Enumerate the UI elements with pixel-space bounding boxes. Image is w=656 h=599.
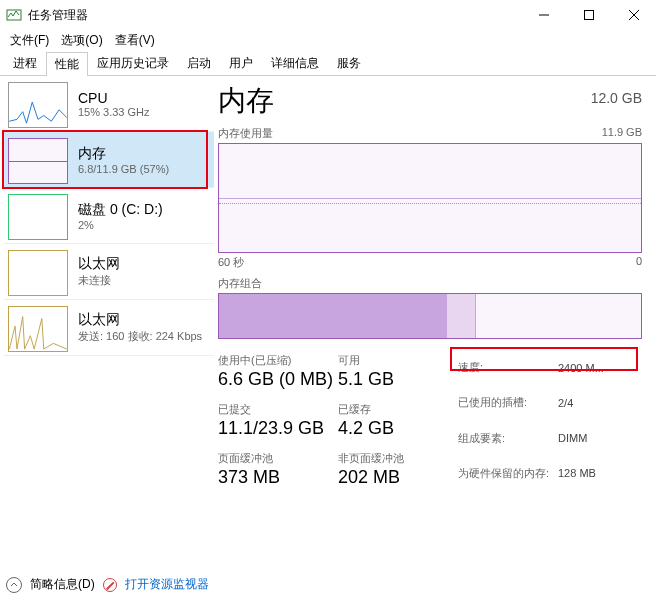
tab-services[interactable]: 服务 (328, 51, 370, 75)
disk-thumbnail-icon (8, 194, 68, 240)
sidebar-eth0-title: 以太网 (78, 255, 120, 273)
available-value: 5.1 GB (338, 369, 438, 390)
reserved-value: 128 MB (558, 467, 628, 479)
app-icon (6, 7, 22, 23)
ethernet-thumbnail-icon (8, 306, 68, 352)
nonpaged-label: 非页面缓冲池 (338, 451, 438, 466)
sidebar-item-memory[interactable]: 内存 6.8/11.9 GB (57%) (4, 132, 214, 188)
tab-startup[interactable]: 启动 (178, 51, 220, 75)
committed-label: 已提交 (218, 402, 338, 417)
minimize-button[interactable] (521, 0, 566, 30)
memory-composition-chart (218, 293, 642, 339)
slots-value: 2/4 (558, 397, 628, 409)
memory-total: 12.0 GB (591, 90, 642, 106)
paged-label: 页面缓冲池 (218, 451, 338, 466)
speed-value: 2400 M... (558, 362, 628, 374)
cached-value: 4.2 GB (338, 418, 438, 439)
sidebar-disk-title: 磁盘 0 (C: D:) (78, 201, 163, 219)
resource-monitor-icon (103, 578, 117, 592)
cached-label: 已缓存 (338, 402, 438, 417)
page-title: 内存 (218, 82, 274, 120)
committed-value: 11.1/23.9 GB (218, 418, 338, 439)
in-use-value: 6.6 GB (0 MB) (218, 369, 338, 390)
slots-label: 已使用的插槽: (458, 395, 558, 410)
memory-usage-chart (218, 143, 642, 253)
form-value: DIMM (558, 432, 628, 444)
speed-label: 速度: (458, 360, 558, 375)
menu-view[interactable]: 查看(V) (109, 30, 161, 51)
menu-file[interactable]: 文件(F) (4, 30, 55, 51)
chart-axis-left: 60 秒 (218, 255, 244, 270)
close-button[interactable] (611, 0, 656, 30)
tab-app-history[interactable]: 应用历史记录 (88, 51, 178, 75)
chevron-up-icon[interactable] (6, 577, 22, 593)
reserved-label: 为硬件保留的内存: (458, 466, 558, 481)
sidebar-eth0-sub: 未连接 (78, 273, 120, 288)
usage-chart-max: 11.9 GB (602, 126, 642, 141)
memory-thumbnail-icon (8, 138, 68, 184)
tab-performance[interactable]: 性能 (46, 52, 88, 76)
maximize-button[interactable] (566, 0, 611, 30)
available-label: 可用 (338, 353, 438, 368)
open-resource-monitor-link[interactable]: 打开资源监视器 (125, 576, 209, 593)
ethernet-thumbnail-icon (8, 250, 68, 296)
tab-processes[interactable]: 进程 (4, 51, 46, 75)
sidebar-eth1-title: 以太网 (78, 311, 202, 329)
in-use-label: 使用中(已压缩) (218, 353, 338, 368)
chart-axis-right: 0 (636, 255, 642, 270)
tab-details[interactable]: 详细信息 (262, 51, 328, 75)
sidebar-item-cpu[interactable]: CPU 15% 3.33 GHz (4, 76, 214, 132)
cpu-thumbnail-icon (8, 82, 68, 128)
form-label: 组成要素: (458, 431, 558, 446)
usage-chart-label: 内存使用量 (218, 126, 273, 141)
menu-options[interactable]: 选项(O) (55, 30, 108, 51)
composition-chart-label: 内存组合 (218, 276, 262, 291)
svg-rect-2 (584, 11, 593, 20)
sidebar-item-ethernet-1[interactable]: 以太网 发送: 160 接收: 224 Kbps (4, 300, 214, 356)
sidebar-item-disk[interactable]: 磁盘 0 (C: D:) 2% (4, 188, 214, 244)
sidebar-disk-sub: 2% (78, 219, 163, 231)
tab-users[interactable]: 用户 (220, 51, 262, 75)
sidebar-eth1-sub: 发送: 160 接收: 224 Kbps (78, 329, 202, 344)
paged-value: 373 MB (218, 467, 338, 488)
sidebar-memory-title: 内存 (78, 145, 169, 163)
sidebar-memory-sub: 6.8/11.9 GB (57%) (78, 163, 169, 175)
sidebar-cpu-title: CPU (78, 90, 150, 106)
nonpaged-value: 202 MB (338, 467, 438, 488)
window-title: 任务管理器 (28, 7, 88, 24)
sidebar-cpu-sub: 15% 3.33 GHz (78, 106, 150, 118)
sidebar-item-ethernet-0[interactable]: 以太网 未连接 (4, 244, 214, 300)
fewer-details-link[interactable]: 简略信息(D) (30, 576, 95, 593)
